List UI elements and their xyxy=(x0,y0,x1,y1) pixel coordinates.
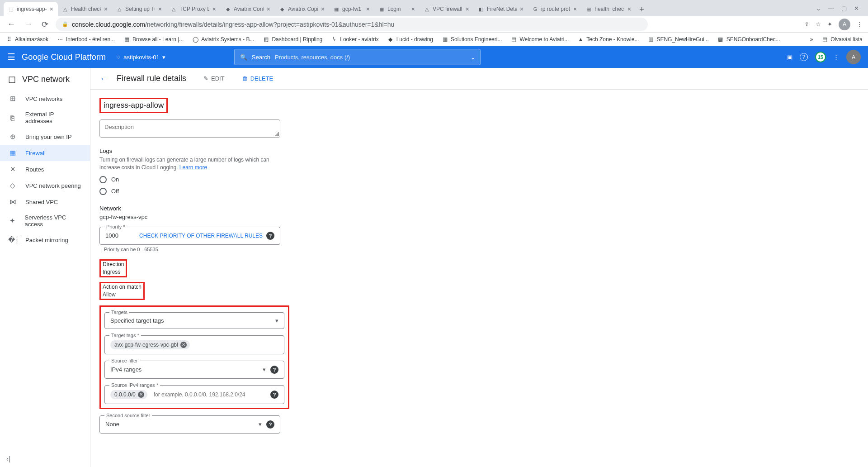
sidebar-item-packet-mirroring[interactable]: �┆⏐Packet mirroring xyxy=(0,232,90,248)
tab-close-icon[interactable]: × xyxy=(266,5,271,13)
share-icon[interactable]: ⇪ xyxy=(804,21,809,28)
target-tags-field[interactable]: Target tags * avx-gcp-fw-egress-vpc-gbl✕ xyxy=(104,335,284,354)
bookmark-item[interactable]: ▥SENG_NewHireGui... xyxy=(647,36,708,43)
source-range-chip[interactable]: 0.0.0.0/0✕ xyxy=(110,390,147,399)
browser-tab[interactable]: ⬚ingress-app-a× xyxy=(4,2,58,16)
notifications-badge[interactable]: 15 xyxy=(815,52,826,62)
browser-tab[interactable]: ▤health_check× xyxy=(581,2,636,16)
source-filter-select[interactable]: Source filter IPv4 ranges ▾? xyxy=(104,361,284,379)
bookmarks-overflow-icon[interactable]: » xyxy=(810,36,813,43)
logs-on-radio[interactable]: On xyxy=(99,176,371,183)
targets-select[interactable]: Targets Specified target tags▾ xyxy=(104,312,284,329)
account-menu-icon[interactable]: ⋮ xyxy=(833,54,839,61)
favorites-chevron-icon[interactable]: ⌄ xyxy=(816,5,821,12)
sidebar-item-routes[interactable]: ✕Routes xyxy=(0,161,90,177)
search-chevron-icon[interactable]: ⌄ xyxy=(471,54,476,61)
bookmark-item[interactable]: ▩SENGOnboardChec... xyxy=(717,36,780,43)
browser-tab[interactable]: △Health check× xyxy=(58,2,112,16)
target-tag-chip[interactable]: avx-gcp-fw-egress-vpc-gbl✕ xyxy=(110,340,190,349)
tab-close-icon[interactable]: × xyxy=(320,5,326,13)
gcp-search-box[interactable]: 🔍 Search Products, resources, docs (/) ⌄ xyxy=(234,49,481,65)
bookmark-item[interactable]: ◆Lucid - drawing xyxy=(387,36,433,43)
browser-tab[interactable]: ◆Aviatrix Cont× xyxy=(221,2,275,16)
maximize-button[interactable]: ▢ xyxy=(841,5,847,12)
profile-avatar[interactable]: A xyxy=(839,19,850,30)
bookmark-item[interactable]: ▤Welcome to Aviatri... xyxy=(510,36,569,43)
tab-title: health_check xyxy=(594,6,624,12)
tab-close-icon[interactable]: × xyxy=(465,5,470,13)
bookmark-item[interactable]: ▨Dashboard | Rippling xyxy=(262,36,322,43)
bookmark-item[interactable]: ⋯Interfood - étel ren... xyxy=(57,36,115,43)
chip-remove-icon[interactable]: ✕ xyxy=(180,342,187,348)
extensions-icon[interactable]: ✦ xyxy=(827,21,832,28)
browser-tab[interactable]: ◧FireNet Detai× xyxy=(474,2,528,16)
reload-button[interactable]: ⟳ xyxy=(40,18,50,31)
chrome-menu-icon[interactable]: ⋮ xyxy=(857,21,863,28)
help-icon[interactable]: ? xyxy=(270,366,278,374)
tab-close-icon[interactable]: × xyxy=(365,5,371,13)
description-textarea[interactable] xyxy=(104,124,275,132)
bookmark-item[interactable]: ϟLooker - aviatrix xyxy=(330,36,378,43)
browser-tab[interactable]: △TCP Proxy Lo× xyxy=(166,2,221,16)
browser-tab[interactable]: ▦Login× xyxy=(374,2,420,16)
description-field[interactable] xyxy=(99,119,280,138)
help-icon[interactable]: ? xyxy=(800,53,808,61)
help-icon[interactable]: ? xyxy=(266,420,274,429)
logs-off-radio[interactable]: Off xyxy=(99,188,371,195)
gcp-avatar[interactable]: A xyxy=(846,50,861,64)
bookmark-label: Alkalmazások xyxy=(15,36,48,43)
minimize-button[interactable]: — xyxy=(828,5,834,12)
tab-close-icon[interactable]: × xyxy=(103,5,108,13)
favicon-icon: △ xyxy=(61,5,69,13)
source-range-input[interactable] xyxy=(154,391,267,398)
second-source-filter-select[interactable]: Second source filter None ▾? xyxy=(99,415,280,434)
tab-close-icon[interactable]: × xyxy=(572,5,578,13)
tab-close-icon[interactable]: × xyxy=(212,5,217,13)
tab-close-icon[interactable]: × xyxy=(157,5,163,13)
back-button[interactable]: ← xyxy=(5,18,17,31)
browser-tab[interactable]: ◆Aviatrix Copi× xyxy=(275,2,329,16)
sidebar-item-icon: �┆⏐ xyxy=(8,236,17,244)
priority-field[interactable]: Priority * 1000 CHECK PRIORITY OF OTHER … xyxy=(99,227,280,245)
tab-close-icon[interactable]: × xyxy=(519,5,524,13)
help-icon[interactable]: ? xyxy=(266,232,274,240)
chip-remove-icon[interactable]: ✕ xyxy=(138,391,144,398)
sidebar-item-vpc-network-peering[interactable]: ◇VPC network peering xyxy=(0,177,90,194)
sidebar-item-serverless-vpc-access[interactable]: ✦Serverless VPC access xyxy=(0,210,90,232)
new-tab-button[interactable]: + xyxy=(636,3,648,16)
gcp-logo[interactable]: Google Cloud Platform xyxy=(22,52,106,62)
sidebar-item-vpc-networks[interactable]: ⊞VPC networks xyxy=(0,91,90,107)
tab-close-icon[interactable]: × xyxy=(49,5,54,13)
cloud-shell-icon[interactable]: ▣ xyxy=(787,54,793,61)
browser-tab[interactable]: Gip route prot× xyxy=(528,2,581,16)
edit-button[interactable]: ✎EDIT xyxy=(203,75,225,82)
source-ranges-field[interactable]: Source IPv4 ranges * 0.0.0.0/0✕ ? xyxy=(104,385,284,404)
sidebar-item-firewall[interactable]: ▦Firewall xyxy=(0,145,90,161)
delete-button[interactable]: 🗑DELETE xyxy=(242,75,274,82)
sidebar-item-bring-your-own-ip[interactable]: ⊕Bring your own IP xyxy=(0,129,90,145)
resize-handle[interactable] xyxy=(274,132,279,136)
sidebar-item-shared-vpc[interactable]: ⋈Shared VPC xyxy=(0,194,90,210)
browser-tab[interactable]: ▦gcp-fw1× xyxy=(329,2,374,16)
star-icon[interactable]: ☆ xyxy=(816,21,821,28)
browser-tab[interactable]: △VPC firewall r× xyxy=(420,2,474,16)
bookmark-item[interactable]: ◯Aviatrix Systems - B... xyxy=(192,36,254,43)
tab-close-icon[interactable]: × xyxy=(627,5,632,13)
check-priority-link[interactable]: CHECK PRIORITY OF OTHER FIREWALL RULES xyxy=(139,233,263,239)
project-selector[interactable]: ⁘ astipkovits-01 ▾ xyxy=(112,52,169,62)
bookmark-item[interactable]: ⠿Alkalmazások xyxy=(5,36,48,43)
reading-list-button[interactable]: ▤Olvasási lista xyxy=(821,36,863,43)
bookmark-item[interactable]: ▦Browse all - Learn |... xyxy=(123,36,184,43)
url-field[interactable]: 🔒 console.cloud.google.com/networking/fi… xyxy=(56,18,648,31)
tab-close-icon[interactable]: × xyxy=(410,5,416,13)
help-icon[interactable]: ? xyxy=(270,391,278,399)
back-arrow-button[interactable]: ← xyxy=(99,73,108,84)
browser-tab[interactable]: △Setting up TC× xyxy=(112,2,166,16)
sidebar-item-external-ip-addresses[interactable]: ⎘External IP addresses xyxy=(0,107,90,129)
nav-menu-button[interactable]: ☰ xyxy=(7,52,15,62)
close-window-button[interactable]: ✕ xyxy=(854,5,859,12)
bookmark-item[interactable]: ▥Solutions Engineeri... xyxy=(441,36,502,43)
bookmark-item[interactable]: ▲Tech Zone - Knowle... xyxy=(577,36,639,43)
sidebar-collapse-button[interactable]: ‹| xyxy=(6,455,10,462)
learn-more-link[interactable]: Learn more xyxy=(179,164,207,171)
